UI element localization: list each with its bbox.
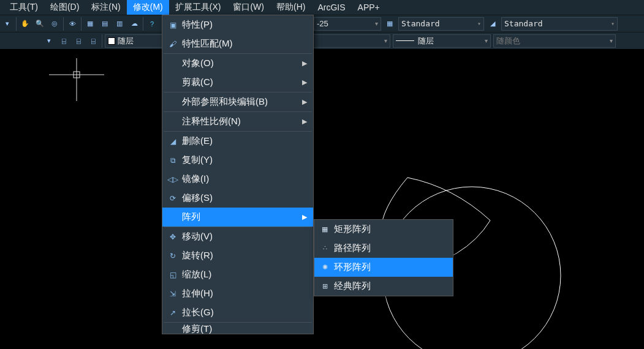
table-icon[interactable]: ▤ xyxy=(99,18,111,30)
submenu-item-rect-array[interactable]: ▦ 矩形阵列 xyxy=(314,220,453,239)
polar-array-icon: ✺ xyxy=(318,263,331,271)
chevron-right-icon: ▶ xyxy=(302,213,307,221)
lengthen-icon: ↗ xyxy=(166,309,180,317)
dropdown-icon[interactable]: ▾ xyxy=(1,18,13,30)
textstyle-label: -25 xyxy=(317,19,328,28)
layer-label: 随层 xyxy=(118,36,134,47)
chevron-right-icon: ▶ xyxy=(302,59,307,67)
style2-label: Standard xyxy=(504,19,543,28)
menu-modify[interactable]: 修改(M) xyxy=(127,0,169,15)
style1-label: Standard xyxy=(401,19,440,28)
menu-item-stretch[interactable]: ⇲ 拉伸(H) xyxy=(162,284,313,303)
menu-item-clip[interactable]: 剪裁(C) ▶ xyxy=(162,73,313,92)
menu-item-lengthen[interactable]: ↗ 拉长(G) xyxy=(162,303,313,322)
match-icon: 🖌 xyxy=(166,40,180,48)
toolbar-row-1: ▾ ✋ 🔍 ◎ 👁 ▦ ▤ ▥ ☁ ? -25 ▾ ▦ Standard ▾ ◢… xyxy=(0,15,644,32)
chevron-right-icon: ▶ xyxy=(302,118,307,126)
separator xyxy=(81,17,81,31)
menu-item-mirror[interactable]: ◁▷ 镜像(I) xyxy=(162,170,313,189)
menu-item-xref[interactable]: 外部参照和块编辑(B) ▶ xyxy=(162,92,313,111)
chevron-down-icon: ▾ xyxy=(477,20,481,27)
lineweight-dropdown[interactable]: 随颜色 ▾ xyxy=(493,34,616,48)
menu-item-move[interactable]: ✥ 移动(V) xyxy=(162,227,313,246)
menu-item-rotate[interactable]: ↻ 旋转(R) xyxy=(162,246,313,265)
lineweight-label: 随颜色 xyxy=(496,36,520,47)
dropdown-icon[interactable]: ▾ xyxy=(43,35,55,47)
menu-item-array[interactable]: 阵列 ▶ xyxy=(162,208,313,227)
path-array-icon: ∴ xyxy=(318,244,331,252)
zoom-icon[interactable]: 🔍 xyxy=(34,18,46,30)
offset-icon: ⟳ xyxy=(166,194,180,203)
menu-help[interactable]: 帮助(H) xyxy=(270,0,311,15)
erase-icon: ◢ xyxy=(166,137,180,146)
menu-item-matchprops[interactable]: 🖌 特性匹配(M) xyxy=(162,34,313,53)
linetype-dropdown[interactable]: 随层 ▾ xyxy=(393,34,491,48)
menu-dimension[interactable]: 标注(N) xyxy=(85,0,126,15)
menu-tools[interactable]: 工具(T) xyxy=(4,0,44,15)
rotate-icon: ↻ xyxy=(166,252,180,260)
separator xyxy=(16,17,17,31)
pan-icon[interactable]: ✋ xyxy=(19,18,31,30)
menu-express[interactable]: 扩展工具(X) xyxy=(169,0,227,15)
submenu-item-path-array[interactable]: ∴ 路径阵列 xyxy=(314,239,453,258)
menu-item-scale[interactable]: ◱ 缩放(L) xyxy=(162,265,313,284)
chevron-right-icon: ▶ xyxy=(302,98,307,106)
chevron-right-icon: ▶ xyxy=(302,78,307,86)
menu-arcgis[interactable]: ArcGIS xyxy=(311,0,351,15)
menu-item-trim[interactable]: 修剪(T) xyxy=(162,323,313,334)
line-preview-icon xyxy=(396,40,414,41)
menu-item-copy[interactable]: ⧉ 复制(Y) xyxy=(162,151,313,170)
menu-item-offset[interactable]: ⟳ 偏移(S) xyxy=(162,189,313,208)
props-icon: ▣ xyxy=(166,21,180,29)
stretch-icon: ⇲ xyxy=(166,290,180,298)
menu-item-object[interactable]: 对象(O) ▶ xyxy=(162,54,313,73)
submenu-item-classic-array[interactable]: ⊞ 经典阵列 xyxy=(314,277,453,296)
textstyle-dropdown[interactable]: -25 ▾ xyxy=(314,17,381,31)
chevron-down-icon: ▾ xyxy=(610,37,613,44)
style2-dropdown[interactable]: Standard ▾ xyxy=(501,17,618,31)
orbit-icon[interactable]: ◎ xyxy=(48,18,61,30)
color-swatch xyxy=(108,37,115,45)
style-icon-1[interactable]: ▦ xyxy=(384,18,396,30)
array-submenu: ▦ 矩形阵列 ∴ 路径阵列 ✺ 环形阵列 ⊞ 经典阵列 xyxy=(314,219,453,296)
rect-array-icon: ▦ xyxy=(318,225,331,233)
grid-icon[interactable]: ▦ xyxy=(84,18,96,30)
style-icon-2[interactable]: ◢ xyxy=(487,18,499,30)
menu-window[interactable]: 窗口(W) xyxy=(227,0,270,15)
list-icon[interactable]: ▥ xyxy=(113,18,126,30)
chevron-down-icon: ▾ xyxy=(384,37,387,44)
menubar: 工具(T) 绘图(D) 标注(N) 修改(M) 扩展工具(X) 窗口(W) 帮助… xyxy=(0,0,644,15)
submenu-item-polar-array[interactable]: ✺ 环形阵列 xyxy=(314,258,453,277)
eye-icon[interactable]: 👁 xyxy=(66,18,78,30)
linetype-label: 随层 xyxy=(418,36,434,47)
separator xyxy=(102,34,102,48)
classic-array-icon: ⊞ xyxy=(318,282,331,290)
scale-icon: ◱ xyxy=(166,271,180,279)
layer-icon-3[interactable]: ⌸ xyxy=(87,35,99,47)
separator xyxy=(63,17,64,31)
menu-item-properties[interactable]: ▣ 特性(P) xyxy=(162,15,313,34)
layer-icon-1[interactable]: ⌸ xyxy=(58,35,70,47)
cloud-icon[interactable]: ☁ xyxy=(128,18,140,30)
style1-dropdown[interactable]: Standard ▾ xyxy=(398,17,484,31)
chevron-down-icon: ▾ xyxy=(375,20,378,27)
help-icon[interactable]: ? xyxy=(146,18,158,30)
drawing-canvas[interactable] xyxy=(0,49,644,349)
separator xyxy=(143,17,143,31)
modify-dropdown: ▣ 特性(P) 🖌 特性匹配(M) 对象(O) ▶ 剪裁(C) ▶ 外部参照和块… xyxy=(162,15,314,334)
toolbar-row-2: ▾ ⌸ ⌸ ⌸ 随层 层 ▾ 随层 ▾ 随颜色 ▾ xyxy=(0,32,644,49)
menu-draw[interactable]: 绘图(D) xyxy=(44,0,85,15)
mirror-icon: ◁▷ xyxy=(166,175,180,184)
menu-item-erase[interactable]: ◢ 删除(E) xyxy=(162,132,313,151)
layer-icon-2[interactable]: ⌸ xyxy=(72,35,85,47)
menu-item-annoscale[interactable]: 注释性比例(N) ▶ xyxy=(162,112,313,131)
copy-icon: ⧉ xyxy=(166,156,180,165)
chevron-down-icon: ▾ xyxy=(485,37,488,44)
move-icon: ✥ xyxy=(166,233,180,241)
chevron-down-icon: ▾ xyxy=(611,20,615,27)
menu-appplus[interactable]: APP+ xyxy=(352,0,386,15)
